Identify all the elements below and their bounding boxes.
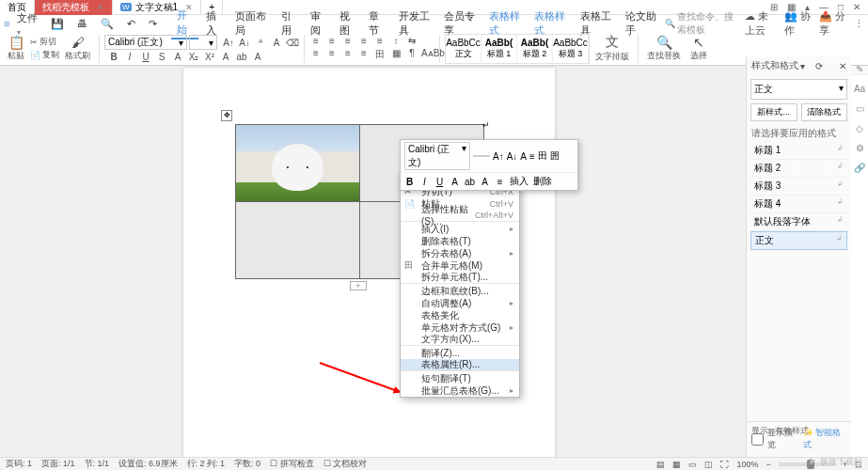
menu-review[interactable]: 审阅 <box>305 8 332 39</box>
style-list-item[interactable]: 标题 4↲ <box>750 196 847 213</box>
style-list-item[interactable]: 标题 3↲ <box>750 178 847 196</box>
status-section[interactable]: 节: 1/1 <box>85 458 110 470</box>
style-h3[interactable]: AaBbCc标题 3 <box>553 35 589 63</box>
mini-table-icon[interactable]: 囲 <box>550 149 560 163</box>
style-list-item[interactable]: 默认段落字体↲ <box>750 213 847 231</box>
menu-view[interactable]: 视图 <box>334 8 361 39</box>
side-shape-icon[interactable]: ◇ <box>856 123 863 133</box>
copy-button[interactable]: 📄 复制 <box>30 49 59 61</box>
status-wordcount[interactable]: 字数: 0 <box>234 458 260 470</box>
view-fullscreen-icon[interactable]: ⛶ <box>720 460 729 469</box>
bold-button[interactable]: B <box>107 52 120 62</box>
app-menu-icon[interactable]: ≡ <box>4 18 9 29</box>
status-position[interactable]: 设置值: 6.9厘米 <box>118 458 178 470</box>
table-add-row[interactable]: + <box>350 281 367 290</box>
style-list-item[interactable]: 标题 2↲ <box>750 160 847 178</box>
style-gallery[interactable]: AaBbCc正文 AaBb(标题 1 AaBb(标题 2 AaBbCc标题 3 <box>445 34 590 64</box>
ctx-item[interactable]: 批量汇总表格(G)...▸ <box>401 384 519 397</box>
command-search[interactable]: 查找命令、搜索模板 <box>665 10 736 37</box>
ctx-item[interactable]: 边框和底纹(B)... <box>401 285 519 297</box>
view-outline-icon[interactable]: ▦ <box>672 460 681 469</box>
side-style-icon[interactable]: Aa <box>854 84 865 94</box>
ctx-item[interactable]: 自动调整(A)▸ <box>401 297 519 309</box>
strike-button[interactable]: S <box>155 52 168 62</box>
tab-templates[interactable]: 找稻壳模板✕ <box>35 0 113 15</box>
cut-button[interactable]: ✂ 剪切 <box>30 36 59 48</box>
mini-bold[interactable]: B <box>404 177 415 187</box>
ctx-item[interactable]: 短句翻译(T) <box>401 372 519 384</box>
find-replace[interactable]: 🔍查找替换 <box>643 35 685 62</box>
zoom-value[interactable]: 100% <box>736 460 758 469</box>
husky-image[interactable] <box>236 125 359 201</box>
align-right[interactable]: ≡ <box>341 48 355 61</box>
tab-templates-close[interactable]: ✕ <box>97 3 104 12</box>
align-left[interactable]: ≡ <box>309 48 323 61</box>
inc-indent[interactable]: ≡ <box>373 36 387 46</box>
format-painter[interactable]: 🖌格式刷 <box>61 35 94 62</box>
font-color2[interactable]: A <box>251 52 264 62</box>
show-marks[interactable]: ¶ <box>405 48 418 61</box>
table-cell-1-1[interactable] <box>236 125 360 202</box>
style-list-item[interactable]: 标题 1↲ <box>750 142 847 160</box>
underline-button[interactable]: U <box>139 52 152 62</box>
line-spacing[interactable]: ↕ <box>389 36 402 46</box>
ctx-item[interactable]: 删除表格(T) <box>401 235 519 247</box>
pane-close-icon[interactable]: ✕ <box>839 61 846 71</box>
clear-format-button[interactable]: 清除格式 <box>801 103 848 121</box>
qat-redo[interactable]: ↷ <box>143 17 163 31</box>
style-h1[interactable]: AaBb(标题 1 <box>481 35 517 63</box>
menu-section[interactable]: 章节 <box>363 8 390 39</box>
pane-refresh-icon[interactable]: ⟳ <box>815 61 823 71</box>
italic-button[interactable]: I <box>123 52 136 62</box>
font-size-combo[interactable]: ▾ <box>189 35 217 50</box>
ctx-item[interactable]: 拆分单元格(T)... <box>401 272 519 284</box>
coop-button[interactable]: 👥 协作 <box>784 9 812 38</box>
numbering[interactable]: ≡ <box>325 36 339 46</box>
align-justify[interactable]: ≡ <box>357 48 371 61</box>
view-web-icon[interactable]: ▭ <box>688 460 697 469</box>
mini-borders[interactable]: 田 <box>538 149 547 163</box>
mini-font-fx[interactable]: A <box>520 151 527 162</box>
ctx-item[interactable]: 表格属性(R)... <box>401 359 519 371</box>
ctx-item[interactable]: 选择性粘贴(S)...Ctrl+Alt+V <box>401 210 519 222</box>
status-doccheck[interactable]: ☐ 文档校对 <box>324 458 368 470</box>
ctx-item[interactable]: 插入(I)▸ <box>401 223 519 235</box>
view-read-icon[interactable]: ◫ <box>704 460 713 469</box>
share-button[interactable]: 📤 分享 <box>819 9 846 38</box>
text-effect[interactable]: A <box>219 52 232 62</box>
ctx-item[interactable]: 拆分表格(A)▸ <box>401 247 519 259</box>
table-cell-2-1[interactable] <box>236 202 360 279</box>
table-move-handle[interactable]: ✥ <box>221 110 232 121</box>
font-color[interactable]: A <box>171 52 184 62</box>
mini-delete[interactable]: 删除 <box>533 175 552 188</box>
clear-format[interactable]: A <box>270 38 283 48</box>
smart-format-link[interactable]: ✨ 智能格式 <box>803 427 846 451</box>
new-style-button[interactable]: 新样式... <box>750 103 797 121</box>
menu-dev[interactable]: 开发工具 <box>393 8 436 39</box>
change-case[interactable]: ᴬ <box>254 38 267 48</box>
mini-insert[interactable]: 插入 <box>510 175 529 188</box>
view-page-icon[interactable]: ▤ <box>656 460 665 469</box>
side-settings-icon[interactable]: ⚙ <box>856 143 864 153</box>
shrink-font[interactable]: A↓ <box>238 38 251 48</box>
bullets[interactable]: ≡ <box>309 36 323 46</box>
highlight[interactable]: ab <box>235 52 248 62</box>
grow-font[interactable]: A↑ <box>222 38 235 48</box>
side-edit-icon[interactable]: ✎ <box>856 64 863 74</box>
status-page-num[interactable]: 页码: 1 <box>6 458 32 470</box>
status-rowcol[interactable]: 行: 2 列: 1 <box>187 458 226 470</box>
align-center[interactable]: ≡ <box>325 48 339 61</box>
style-list-item[interactable]: 正文↲ <box>750 231 847 250</box>
mini-outline[interactable]: A <box>480 177 490 187</box>
text-layout[interactable]: 文文字排版 <box>592 34 633 63</box>
mini-highlight[interactable]: ab <box>465 177 475 187</box>
status-spellcheck[interactable]: ☐ 拼写检查 <box>270 458 314 470</box>
mini-font-color[interactable]: A <box>450 177 460 187</box>
mini-align[interactable]: ≡ <box>529 151 535 162</box>
menubar-more[interactable]: ⋮ <box>854 18 864 30</box>
sort[interactable]: ⇆ <box>405 36 418 46</box>
qat-save[interactable]: 💾 <box>45 17 70 31</box>
show-preview-checkbox[interactable] <box>751 433 764 446</box>
borders[interactable]: 田 <box>373 48 387 61</box>
qat-preview[interactable]: 🔍 <box>95 17 119 31</box>
